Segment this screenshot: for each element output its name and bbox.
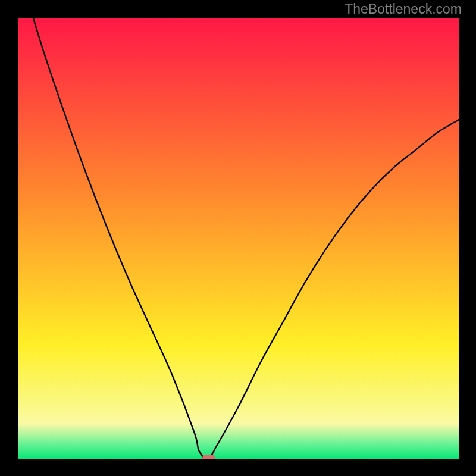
- attribution-text: TheBottleneck.com: [345, 1, 462, 17]
- chart-frame: TheBottleneck.com: [0, 0, 476, 476]
- plot-area: [18, 18, 459, 459]
- curve-layer: [18, 18, 459, 459]
- bottleneck-curve: [18, 18, 459, 459]
- optimum-marker: [202, 455, 215, 459]
